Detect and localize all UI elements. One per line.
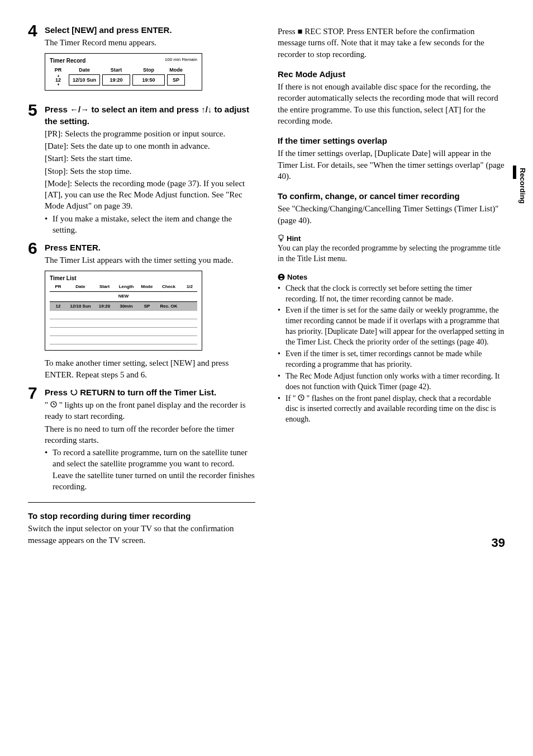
note-2: Even if the timer is set for the same da… — [285, 305, 505, 348]
step-4-head: Select [NEW] and press ENTER. — [45, 25, 255, 36]
s7-b1: To record a satellite programme, turn on… — [53, 447, 255, 492]
step-number: 5 — [28, 102, 45, 119]
s7-ha: Press — [45, 388, 70, 397]
up-down-arrow-icon: ↑/↓ — [201, 105, 212, 114]
s7-p2: There is no need to turn off the recorde… — [45, 423, 255, 446]
right-top-para: Press ■ REC STOP. Press ENTER before the… — [278, 26, 505, 60]
tl-blank-row — [50, 319, 197, 328]
tl-new-row: NEW — [50, 291, 197, 302]
tl-h-page: 1/2 — [182, 284, 193, 290]
tl-r-pr: 12 — [50, 304, 66, 310]
tr-v-stop: 19:50 — [132, 74, 165, 86]
notes-icon — [278, 273, 285, 281]
divider — [28, 502, 255, 503]
timer-record-panel: Timer Record 100 min Remain PR Date Star… — [45, 53, 202, 91]
bullet-dot: • — [278, 371, 285, 393]
tl-blank-row — [50, 336, 197, 344]
svg-line-5 — [278, 235, 279, 236]
bullet-dot: • — [45, 447, 53, 492]
tl-r-length: 30min — [115, 304, 138, 310]
step-number: 4 — [28, 22, 45, 39]
step-6-head: Press ENTER. — [45, 242, 255, 253]
note-1: Check that the clock is correctly set be… — [285, 284, 505, 305]
svg-rect-3 — [280, 239, 282, 241]
tl-h-start: Start — [94, 284, 115, 290]
tr-v-mode: SP — [167, 74, 185, 86]
step-6-footer: To make another timer setting, select [N… — [45, 357, 255, 380]
step-number: 7 — [28, 385, 45, 401]
rt-b: REC STOP. Press ENTER before the confirm… — [278, 27, 484, 59]
rt-a: Press — [278, 27, 297, 36]
step-4: 4 Select [NEW] and press ENTER. The Time… — [28, 22, 255, 97]
tr-v-pr: 12 — [50, 77, 66, 83]
tr-h-date: Date — [68, 67, 101, 73]
n5a: If " — [285, 394, 298, 403]
clock-icon — [50, 400, 57, 409]
bullet-dot: • — [278, 284, 285, 305]
s7-p1: " " lights up on the front panel display… — [45, 399, 255, 422]
timer-record-remain: 100 min Remain — [165, 57, 197, 65]
side-accent-bar — [513, 166, 516, 179]
timer-list-title: Timer List — [45, 271, 202, 284]
svg-line-6 — [283, 235, 284, 236]
tl-blank-row — [50, 311, 197, 319]
left-right-arrow-icon: ←/→ — [70, 105, 89, 114]
step-6-sub: The Timer List appears with the timer se… — [45, 254, 255, 266]
confirm-body: See "Checking/Changing/Cancelling Timer … — [278, 203, 505, 226]
svg-rect-8 — [279, 277, 283, 278]
svg-point-2 — [279, 235, 283, 239]
hint-body: You can play the recorded programme by s… — [278, 243, 505, 264]
s5-p1: [PR]: Selects the programme position or … — [45, 128, 255, 139]
section-tab: Recording — [517, 168, 527, 204]
rec-mode-body: If there is not enough available disc sp… — [278, 81, 505, 126]
tr-v-start: 19:20 — [102, 74, 130, 86]
s5-p3: [Start]: Sets the start time. — [45, 153, 255, 164]
note-3: Even if the timer is set, timer recordin… — [285, 349, 505, 370]
step-7: 7 Press RETURN to turn off the Timer Lis… — [28, 385, 255, 492]
step-5: 5 Press ←/→ to select an item and press … — [28, 102, 255, 235]
note-5: If " " flashes on the front panel displa… — [285, 394, 505, 426]
tl-r-start: 19:20 — [94, 304, 115, 310]
timer-list-panel: Timer List PR Date Start Length Mode Che… — [45, 271, 202, 351]
rec-mode-head: Rec Mode Adjust — [278, 69, 505, 80]
right-column: Press ■ REC STOP. Press ENTER before the… — [278, 22, 505, 546]
tl-h-mode: Mode — [138, 284, 156, 290]
left-column: 4 Select [NEW] and press ENTER. The Time… — [28, 22, 255, 546]
bullet-dot: • — [45, 213, 53, 236]
s5-p4: [Stop]: Sets the stop time. — [45, 166, 255, 177]
s7-p1b: " lights up on the front panel display a… — [45, 400, 246, 420]
s7-p1a: " — [45, 400, 50, 409]
step-4-sub: The Timer Record menu appears. — [45, 37, 255, 48]
page-number: 39 — [492, 535, 505, 551]
n5b: " flashes on the front panel display, ch… — [285, 394, 496, 424]
return-icon — [70, 388, 78, 397]
tl-h-date: Date — [66, 284, 94, 290]
stop-recording-body: Switch the input selector on your TV so … — [28, 523, 255, 546]
timer-record-title: Timer Record — [50, 57, 85, 65]
overlap-body: If the timer settings overlap, [Duplicat… — [278, 148, 505, 182]
s5-hb: to select an item and press — [89, 105, 201, 114]
tl-r-check: Rec. OK — [156, 304, 182, 310]
notes-label: Notes — [278, 272, 505, 282]
bullet-dot: • — [278, 349, 285, 370]
s5-p5: [Mode]: Selects the recording mode (page… — [45, 178, 255, 212]
tl-h-pr: PR — [50, 284, 66, 290]
hint-label-text: Hint — [287, 234, 301, 243]
tl-r-mode: SP — [138, 304, 156, 310]
step-5-head: Press ←/→ to select an item and press ↑/… — [45, 104, 255, 127]
s5-b1: If you make a mistake, select the item a… — [53, 213, 255, 236]
step-7-head: Press RETURN to turn off the Timer List. — [45, 387, 255, 398]
tr-h-stop: Stop — [131, 67, 166, 73]
confirm-head: To confirm, change, or cancel timer reco… — [278, 191, 505, 202]
clock-icon — [298, 394, 304, 403]
tl-blank-row — [50, 328, 197, 336]
tr-v-date: 12/10 Sun — [69, 74, 100, 86]
tl-data-row: 12 12/10 Sun 19:20 30min SP Rec. OK — [50, 302, 197, 311]
tr-h-pr: PR — [49, 67, 68, 73]
bullet-dot: • — [278, 394, 285, 426]
overlap-head: If the timer settings overlap — [278, 135, 505, 147]
tl-h-length: Length — [115, 284, 138, 290]
step-6: 6 Press ENTER. The Timer List appears wi… — [28, 240, 255, 380]
s5-p2: [Date]: Sets the date up to one month in… — [45, 140, 255, 152]
tr-h-mode: Mode — [166, 67, 186, 73]
